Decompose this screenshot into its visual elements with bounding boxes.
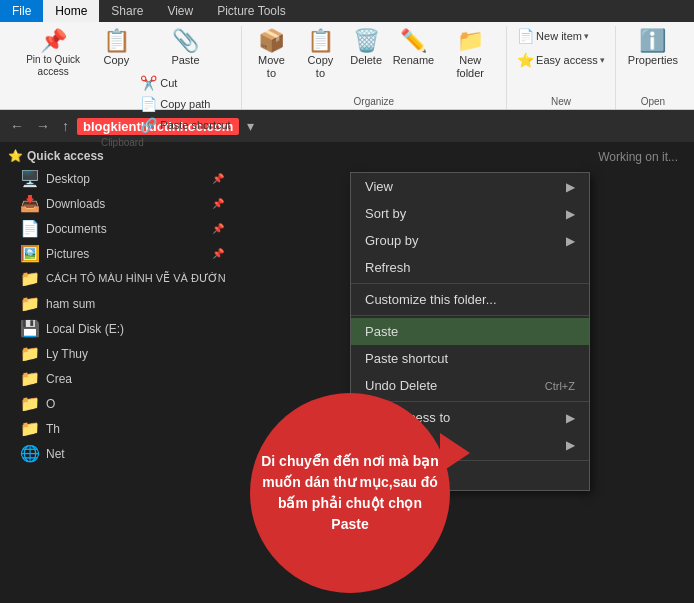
new-folder-label: New folder (446, 54, 494, 80)
tab-home[interactable]: Home (43, 0, 99, 22)
sidebar-item-ham-sum[interactable]: 📁 ham sum (0, 291, 230, 316)
delete-button[interactable]: 🗑️ Delete (346, 26, 387, 71)
sidebar: ⭐ Quick access 🖥️ Desktop 📌 📥 Downloads … (0, 142, 230, 603)
new-group-label: New (551, 96, 571, 109)
properties-icon: ℹ️ (639, 30, 666, 52)
group-arrow: ▶ (566, 234, 575, 248)
clipboard-group: 📌 Pin to Quick access 📋 Copy 📎 Paste ✂️ … (4, 26, 242, 109)
sidebar-item-desktop[interactable]: 🖥️ Desktop 📌 (0, 166, 230, 191)
ctx-paste[interactable]: Paste (351, 318, 589, 345)
tab-file[interactable]: File (0, 0, 43, 22)
sidebar-item-ly-thuy[interactable]: 📁 Ly Thuy (0, 341, 230, 366)
ctx-refresh[interactable]: Refresh (351, 254, 589, 281)
easy-access-icon: ⭐ (517, 52, 534, 68)
tab-view[interactable]: View (155, 0, 205, 22)
open-group-label: Open (641, 96, 665, 109)
folder-icon-crea: 📁 (20, 369, 40, 388)
copy-icon: 📋 (103, 30, 130, 52)
rename-button[interactable]: ✏️ Rename (389, 26, 439, 71)
tab-share[interactable]: Share (99, 0, 155, 22)
desktop-icon: 🖥️ (20, 169, 40, 188)
new-item-button[interactable]: 📄 New item ▾ (513, 26, 593, 46)
properties-button[interactable]: ℹ️ Properties (622, 26, 684, 71)
ribbon-tabs: File Home Share View Picture Tools (0, 0, 694, 22)
pin-indicator: 📌 (212, 248, 224, 259)
sidebar-item-o[interactable]: 📁 O (0, 391, 230, 416)
new-group: 📄 New item ▾ ⭐ Easy access ▾ New (507, 26, 616, 109)
copy-label: Copy (103, 54, 129, 67)
paste-group: 📎 Paste ✂️ Cut 📄 Copy path 🔗 Paste short… (136, 26, 234, 137)
status-text: Working on it... (230, 142, 694, 172)
clipboard-group-label: Clipboard (101, 137, 144, 150)
easy-access-arrow: ▾ (600, 55, 605, 65)
rename-icon: ✏️ (400, 30, 427, 52)
ctx-sort-by[interactable]: Sort by ▶ (351, 200, 589, 227)
delete-icon: 🗑️ (353, 30, 380, 52)
sidebar-item-crea[interactable]: 📁 Crea (0, 366, 230, 391)
copy-to-button[interactable]: 📋 Copy to (297, 26, 343, 84)
cut-button[interactable]: ✂️ Cut (136, 73, 234, 93)
ctx-sep-1 (351, 283, 589, 284)
disk-icon: 💾 (20, 319, 40, 338)
main-area: ⭐ Quick access 🖥️ Desktop 📌 📥 Downloads … (0, 142, 694, 603)
tab-picture-tools[interactable]: Picture Tools (205, 0, 297, 22)
sidebar-item-th[interactable]: 📁 Th (0, 416, 230, 441)
easy-access-button[interactable]: ⭐ Easy access ▾ (513, 50, 609, 70)
rename-label: Rename (393, 54, 435, 67)
paste-shortcut-icon: 🔗 (140, 117, 157, 133)
view-arrow: ▶ (566, 180, 575, 194)
pin-quick-access-button[interactable]: 📌 Pin to Quick access (10, 26, 96, 82)
pin-indicator: 📌 (212, 173, 224, 184)
give-access-arrow: ▶ (566, 411, 575, 425)
move-icon: 📦 (258, 30, 285, 52)
pictures-icon: 🖼️ (20, 244, 40, 263)
organize-group-label: Organize (354, 96, 395, 109)
copy-path-button[interactable]: 📄 Copy path (136, 94, 234, 114)
new-folder-icon: 📁 (457, 30, 484, 52)
network-icon: 🌐 (20, 444, 40, 463)
move-to-button[interactable]: 📦 Move to (248, 26, 296, 84)
new-item-icon: 📄 (517, 28, 534, 44)
sidebar-item-net[interactable]: 🌐 Net (0, 441, 230, 466)
paste-label: Paste (171, 54, 199, 67)
paste-shortcut-button[interactable]: 🔗 Paste shortcut (136, 115, 234, 135)
paste-button[interactable]: 📎 Paste (165, 26, 205, 71)
sidebar-item-local-disk[interactable]: 💾 Local Disk (E:) (0, 316, 230, 341)
paste-icon: 📎 (172, 30, 199, 52)
copy-to-label: Copy to (303, 54, 337, 80)
sidebar-item-cach-to-mau[interactable]: 📁 CÁCH TÔ MÀU HÌNH VẼ VÀ ĐƯỜN (0, 266, 230, 291)
address-dropdown[interactable]: ▾ (243, 116, 258, 136)
properties-label: Properties (628, 54, 678, 67)
ribbon-body: 📌 Pin to Quick access 📋 Copy 📎 Paste ✂️ … (0, 22, 694, 110)
open-group: ℹ️ Properties Open (616, 26, 690, 109)
pin-indicator: 📌 (212, 223, 224, 234)
folder-icon-th: 📁 (20, 419, 40, 438)
ctx-group-by[interactable]: Group by ▶ (351, 227, 589, 254)
organize-group: 📦 Move to 📋 Copy to 🗑️ Delete ✏️ Rename … (242, 26, 507, 109)
copy-path-icon: 📄 (140, 96, 157, 112)
copy-button[interactable]: 📋 Copy (98, 26, 134, 71)
new-folder-button[interactable]: 📁 New folder (440, 26, 500, 84)
speech-bubble: Di chuyển đến nơi mà bạn muốn dán thư mụ… (250, 393, 450, 593)
folder-icon-ham-sum: 📁 (20, 294, 40, 313)
ctx-undo-delete[interactable]: Undo Delete Ctrl+Z (351, 372, 589, 399)
pin-label: Pin to Quick access (16, 54, 90, 78)
ctx-view[interactable]: View ▶ (351, 173, 589, 200)
speech-bubble-text: Di chuyển đến nơi mà bạn muốn dán thư mụ… (250, 441, 450, 545)
delete-label: Delete (350, 54, 382, 67)
downloads-icon: 📥 (20, 194, 40, 213)
copy-to-icon: 📋 (307, 30, 334, 52)
sidebar-item-documents[interactable]: 📄 Documents 📌 (0, 216, 230, 241)
sidebar-item-downloads[interactable]: 📥 Downloads 📌 (0, 191, 230, 216)
sidebar-item-pictures[interactable]: 🖼️ Pictures 📌 (0, 241, 230, 266)
star-icon: ⭐ (8, 149, 23, 163)
pin-indicator: 📌 (212, 198, 224, 209)
new-item-arrow: ▾ (584, 31, 589, 41)
sort-arrow: ▶ (566, 207, 575, 221)
folder-icon-o: 📁 (20, 394, 40, 413)
ctx-paste-shortcut[interactable]: Paste shortcut (351, 345, 589, 372)
folder-icon-ly-thuy: 📁 (20, 344, 40, 363)
ctx-customize[interactable]: Customize this folder... (351, 286, 589, 313)
ctx-sep-2 (351, 315, 589, 316)
documents-icon: 📄 (20, 219, 40, 238)
